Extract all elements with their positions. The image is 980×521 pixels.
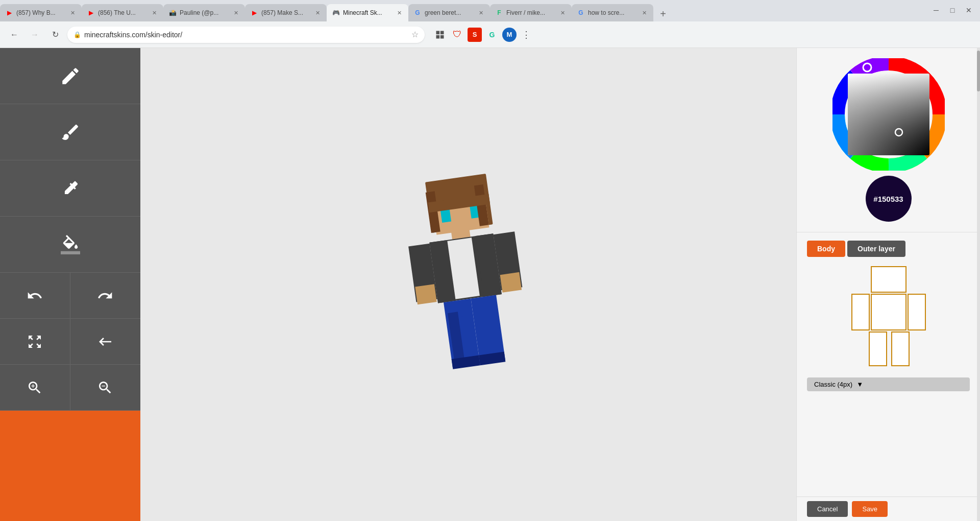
tab-favicon-1: ▶ <box>5 9 13 17</box>
tool-brush[interactable] <box>0 104 140 160</box>
tab-title-7: Fiverr / mike... <box>506 9 555 16</box>
close-button[interactable]: ✕ <box>962 3 976 17</box>
skin-cell-head[interactable] <box>871 266 906 293</box>
outer-layer-tab[interactable]: Outer layer <box>847 241 905 257</box>
svg-rect-29 <box>848 74 929 155</box>
tab-favicon-4: ▶ <box>250 9 258 17</box>
color-wheel-svg <box>832 58 945 171</box>
color-swatch[interactable]: #150533 <box>866 176 912 222</box>
sidebar-tools <box>0 48 140 521</box>
pencil-icon <box>60 65 81 87</box>
ext-icon-1[interactable] <box>433 28 447 42</box>
tab-close-2[interactable]: ✕ <box>150 9 158 17</box>
color-picker-section: #150533 <box>797 48 980 232</box>
tab-title-6: green beret... <box>425 9 474 16</box>
browser-frame: ▶ (857) Why B... ✕ ▶ (856) The U... ✕ 📸 … <box>0 0 980 521</box>
tab-close-8[interactable]: ✕ <box>640 9 648 17</box>
tab-close-4[interactable]: ✕ <box>313 9 322 17</box>
body-tab[interactable]: Body <box>807 241 845 257</box>
collapse-icon <box>97 334 113 350</box>
expand-button[interactable] <box>0 319 70 365</box>
collapse-button[interactable] <box>70 319 141 365</box>
forward-button[interactable]: → <box>27 27 43 43</box>
tab-youtube-the[interactable]: ▶ (856) The U... ✕ <box>82 4 163 21</box>
tab-minecraft[interactable]: 🎮 Minecraft Sk... ✕ <box>327 4 408 21</box>
active-tool-bottom[interactable] <box>0 411 140 521</box>
tab-bar: ▶ (857) Why B... ✕ ▶ (856) The U... ✕ 📸 … <box>0 0 980 21</box>
canvas-area <box>140 48 796 521</box>
svg-rect-17 <box>415 284 437 304</box>
tab-fiverr[interactable]: F Fiverr / mike... ✕ <box>490 4 572 21</box>
ext-icon-grammarly[interactable]: G <box>485 28 499 42</box>
maximize-button[interactable]: □ <box>945 3 960 17</box>
zoom-row <box>0 319 140 365</box>
cancel-button[interactable]: Cancel <box>807 501 848 517</box>
ext-icon-s[interactable]: S <box>468 28 482 42</box>
tab-favicon-7: F <box>495 9 503 17</box>
tab-title-4: (857) Make S... <box>261 9 310 16</box>
reload-button[interactable]: ↻ <box>47 27 63 43</box>
tab-youtube-why[interactable]: ▶ (857) Why B... ✕ <box>0 4 82 21</box>
head-row <box>871 266 906 293</box>
tool-pencil-area[interactable] <box>0 48 140 104</box>
profile-avatar[interactable]: M <box>502 28 517 42</box>
undo-button[interactable] <box>0 273 70 319</box>
scrollbar-thumb[interactable] <box>977 51 980 91</box>
brush-icon <box>60 122 81 143</box>
eyedropper-icon <box>61 179 80 198</box>
undo-redo-row <box>0 273 140 319</box>
skin-cell-right-leg[interactable] <box>891 331 910 366</box>
legs-row <box>869 331 910 366</box>
lock-icon: 🔒 <box>74 31 81 38</box>
tab-close-6[interactable]: ✕ <box>477 9 485 17</box>
tab-instagram[interactable]: 📸 Pauline (@p... ✕ <box>163 4 245 21</box>
tab-title-1: (857) Why B... <box>16 9 65 16</box>
address-bar[interactable]: 🔒 minecraftskins.com/skin-editor/ ☆ <box>67 27 425 43</box>
address-text: minecraftskins.com/skin-editor/ <box>84 31 408 39</box>
svg-rect-19 <box>500 272 522 293</box>
svg-rect-3 <box>440 35 444 38</box>
hex-color-label: #150533 <box>873 195 903 203</box>
tab-close-1[interactable]: ✕ <box>68 9 77 17</box>
right-panel: #150533 Body Outer layer <box>796 48 980 521</box>
save-button[interactable]: Save <box>852 501 888 517</box>
body-arms-row <box>851 294 926 330</box>
tab-close-3[interactable]: ✕ <box>232 9 240 17</box>
scrollbar-track[interactable] <box>977 48 980 521</box>
skin-cell-body[interactable] <box>871 294 906 330</box>
zoom-in-button[interactable] <box>0 365 70 411</box>
skin-diagram <box>797 261 980 371</box>
tool-fill[interactable] <box>0 217 140 273</box>
skin-cell-left-leg[interactable] <box>869 331 887 366</box>
tab-close-7[interactable]: ✕ <box>558 9 567 17</box>
tool-eyedropper[interactable] <box>0 160 140 217</box>
back-button[interactable]: ← <box>6 27 22 43</box>
skin-type-dropdown[interactable]: Classic (4px) ▼ <box>807 377 970 391</box>
tab-favicon-3: 📸 <box>168 9 177 17</box>
zoom-out-button[interactable] <box>70 365 141 411</box>
bottom-actions: Cancel Save <box>797 496 980 521</box>
skin-cell-left-arm[interactable] <box>851 294 870 330</box>
color-wheel-container[interactable] <box>832 58 945 171</box>
expand-icon <box>27 334 43 350</box>
new-tab-button[interactable]: + <box>655 6 671 21</box>
skin-cell-right-arm[interactable] <box>908 294 926 330</box>
redo-button[interactable] <box>70 273 141 319</box>
tab-google-screen[interactable]: G how to scre... ✕ <box>572 4 653 21</box>
bookmark-icon[interactable]: ☆ <box>411 30 419 39</box>
tab-youtube-make[interactable]: ▶ (857) Make S... ✕ <box>245 4 327 21</box>
tab-title-2: (856) The U... <box>98 9 147 16</box>
tab-google-beret[interactable]: G green beret... ✕ <box>408 4 490 21</box>
tab-title-8: how to scre... <box>588 9 637 16</box>
ext-icon-shield[interactable]: 🛡 <box>450 28 464 42</box>
tab-title-3: Pauline (@p... <box>180 9 229 16</box>
toolbar-extensions: 🛡 S G M ⋮ <box>433 27 533 42</box>
fill-icon <box>61 235 80 254</box>
minimize-button[interactable]: ─ <box>929 3 943 17</box>
browser-menu-button[interactable]: ⋮ <box>520 27 533 42</box>
tab-close-5[interactable]: ✕ <box>395 9 403 17</box>
tab-favicon-2: ▶ <box>87 9 95 17</box>
zoom-inout-row <box>0 365 140 411</box>
svg-rect-1 <box>440 31 444 34</box>
svg-rect-2 <box>436 35 440 38</box>
